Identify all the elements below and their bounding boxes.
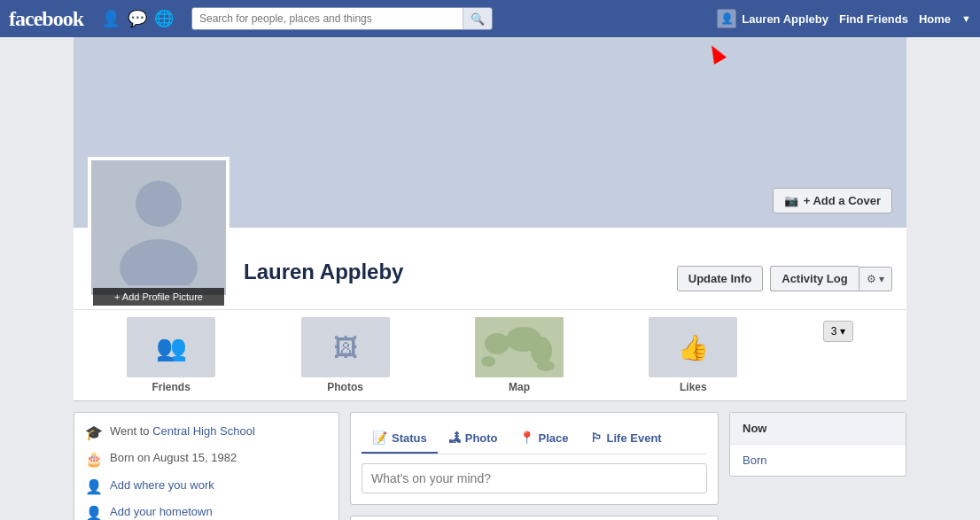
svg-point-7 bbox=[537, 361, 555, 371]
right-nav: 👤 Lauren Appleby Find Friends Home ▼ bbox=[717, 9, 971, 28]
home-button[interactable]: Home bbox=[919, 12, 951, 26]
status-tab[interactable]: 📝 Status bbox=[362, 423, 438, 454]
nav-dropdown-icon[interactable]: ▼ bbox=[961, 13, 971, 24]
center-column: 📝 Status 🏞 Photo 📍 Place 🏳 Life Event bbox=[350, 412, 719, 520]
more-tabs-button[interactable]: 3 ▾ bbox=[823, 321, 853, 342]
school-prefix: Went to bbox=[110, 424, 150, 438]
notifications-icon[interactable]: 🌐 bbox=[154, 9, 174, 28]
map-thumbnail bbox=[475, 317, 564, 377]
school-icon: 🎓 bbox=[85, 423, 103, 443]
likes-label: Likes bbox=[680, 381, 707, 393]
photos-thumbnail: 🖼 bbox=[301, 317, 390, 377]
school-item: 🎓 Went to Central High School bbox=[85, 423, 328, 443]
svg-point-5 bbox=[531, 337, 552, 365]
work-item[interactable]: 👤 Add where you work bbox=[85, 477, 328, 497]
user-profile-link[interactable]: 👤 Lauren Appleby bbox=[717, 9, 828, 28]
add-hometown-link[interactable]: Add your hometown bbox=[110, 504, 213, 520]
facebook-logo: facebook bbox=[9, 7, 83, 31]
search-button[interactable]: 🔍 bbox=[463, 8, 492, 29]
photos-label: Photos bbox=[327, 381, 363, 393]
activity-log-group: Activity Log ⚙ ▾ bbox=[770, 266, 892, 291]
life-event-tab-icon: 🏳 bbox=[590, 431, 603, 445]
likes-icon: 👍 bbox=[678, 333, 709, 362]
messages-icon[interactable]: 💬 bbox=[128, 9, 147, 28]
activity-log-button[interactable]: Activity Log bbox=[770, 266, 858, 291]
map-media-item[interactable]: Map bbox=[475, 317, 564, 393]
status-tab-icon: 📝 bbox=[372, 431, 387, 445]
timeline-nav: Now Born bbox=[729, 412, 906, 477]
profile-top: + Add Profile Picture Lauren Appleby Upd… bbox=[74, 228, 906, 309]
status-box: 📝 Status 🏞 Photo 📍 Place 🏳 Life Event bbox=[350, 412, 719, 505]
svg-point-1 bbox=[120, 239, 198, 285]
svg-point-0 bbox=[136, 181, 182, 227]
friends-thumbnail: 👥 bbox=[127, 317, 215, 377]
top-navigation: facebook 👤 💬 🌐 🔍 👤 Lauren Appleby Find F… bbox=[0, 0, 980, 37]
profile-name: Lauren Appleby bbox=[244, 260, 677, 284]
birthday-icon: 🎂 bbox=[85, 450, 103, 470]
place-tab-icon: 📍 bbox=[519, 431, 534, 445]
friends-icon: 👥 bbox=[156, 333, 187, 362]
add-work-link[interactable]: Add where you work bbox=[110, 477, 214, 493]
joined-facebook-post: f Joined Facebook Yesterday 🌐 Like Comme… bbox=[350, 516, 719, 520]
school-link[interactable]: Central High School bbox=[152, 424, 255, 438]
photos-media-item[interactable]: 🖼 Photos bbox=[301, 317, 390, 393]
hometown-icon: 👤 bbox=[85, 504, 103, 520]
hometown-item[interactable]: 👤 Add your hometown bbox=[85, 504, 328, 520]
likes-thumbnail: 👍 bbox=[649, 317, 737, 377]
status-input[interactable] bbox=[362, 463, 707, 493]
work-icon: 👤 bbox=[85, 477, 103, 497]
photo-tab-icon: 🏞 bbox=[448, 431, 461, 445]
profile-pic-container: + Add Profile Picture bbox=[88, 157, 229, 299]
add-cover-button[interactable]: 📷 + Add a Cover bbox=[773, 188, 892, 213]
likes-media-item[interactable]: 👍 Likes bbox=[649, 317, 737, 393]
activity-log-dropdown[interactable]: ⚙ ▾ bbox=[859, 267, 892, 291]
right-sidebar: Now Born bbox=[729, 412, 906, 520]
photo-tab[interactable]: 🏞 Photo bbox=[438, 423, 509, 454]
friends-request-icon[interactable]: 👤 bbox=[101, 9, 121, 28]
left-column: 🎓 Went to Central High School 🎂 Born on … bbox=[74, 412, 339, 520]
birthday-item: 🎂 Born on August 15, 1982 bbox=[85, 450, 328, 470]
search-bar: 🔍 bbox=[191, 7, 493, 30]
user-name-nav: Lauren Appleby bbox=[742, 12, 828, 26]
friends-media-item[interactable]: 👥 Friends bbox=[127, 317, 215, 393]
timeline-nav-now[interactable]: Now bbox=[730, 413, 906, 445]
place-tab[interactable]: 📍 Place bbox=[509, 423, 579, 454]
profile-area: + Add Profile Picture Lauren Appleby Upd… bbox=[74, 228, 906, 401]
profile-actions: Update Info Activity Log ⚙ ▾ bbox=[677, 266, 892, 299]
update-info-button[interactable]: Update Info bbox=[677, 266, 764, 291]
more-media-item[interactable]: 3 ▾ bbox=[823, 317, 853, 393]
svg-point-3 bbox=[485, 333, 509, 354]
camera-icon: 📷 bbox=[784, 194, 798, 207]
svg-point-6 bbox=[481, 356, 495, 367]
about-box: 🎓 Went to Central High School 🎂 Born on … bbox=[74, 412, 339, 520]
profile-info: Lauren Appleby bbox=[244, 260, 677, 299]
add-profile-picture-button[interactable]: + Add Profile Picture bbox=[93, 288, 224, 306]
media-strip: 👥 Friends 🖼 Photos Map bbox=[74, 309, 906, 400]
search-input[interactable] bbox=[192, 8, 463, 29]
nav-icons: 👤 💬 🌐 bbox=[101, 9, 174, 28]
timeline-nav-born[interactable]: Born bbox=[730, 445, 906, 476]
main-content: 🎓 Went to Central High School 🎂 Born on … bbox=[74, 412, 906, 520]
photos-icon: 🖼 bbox=[333, 333, 358, 362]
birthday-text: Born on August 15, 1982 bbox=[110, 450, 237, 466]
user-avatar-nav: 👤 bbox=[717, 9, 736, 28]
profile-picture bbox=[88, 157, 229, 299]
life-event-tab[interactable]: 🏳 Life Event bbox=[579, 423, 673, 454]
map-label: Map bbox=[509, 381, 530, 393]
status-tabs: 📝 Status 🏞 Photo 📍 Place 🏳 Life Event bbox=[362, 423, 707, 454]
friends-label: Friends bbox=[152, 381, 191, 393]
find-friends-button[interactable]: Find Friends bbox=[839, 12, 908, 26]
